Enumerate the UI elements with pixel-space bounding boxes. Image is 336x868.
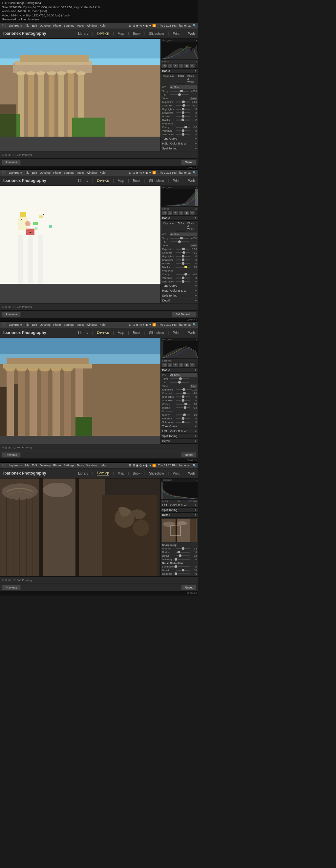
hsl-section-3[interactable]: HSL / Color B & W ▶ [161, 429, 198, 434]
highlights-slider-1[interactable] [176, 109, 190, 110]
clarity-slider-2[interactable] [176, 274, 190, 275]
detail-section-3[interactable]: Detail ▶ [161, 439, 198, 444]
radius-slider-4[interactable] [176, 552, 190, 553]
whites-slider-2[interactable] [176, 263, 190, 264]
luminance-slider-4[interactable] [176, 566, 190, 567]
temp-slider-3[interactable] [170, 378, 189, 379]
tab-book-1[interactable]: Book [133, 31, 140, 36]
whites-slider-1[interactable] [176, 116, 190, 117]
tab-develop-3[interactable]: Develop [97, 330, 109, 335]
vibrance-slider-3[interactable] [176, 418, 190, 419]
tone-curve-section-3[interactable]: Tone Curve ▶ [161, 424, 198, 429]
treatment-color-1[interactable]: Color [176, 74, 186, 84]
shadows-slider-3[interactable] [176, 400, 190, 401]
tab-web-2[interactable]: Web [188, 178, 195, 183]
menu-lightroom[interactable]: Lightroom [9, 24, 22, 27]
menu-edit-2[interactable]: Edit [32, 171, 37, 175]
hsl-section-4[interactable]: HSL / Color B & W ▶ [161, 503, 198, 508]
highlights-slider-3[interactable] [176, 396, 190, 397]
treatment-exposure-1[interactable]: Exposure [162, 74, 176, 84]
tab-slideshow-3[interactable]: Slideshow [149, 330, 164, 335]
treatment-bw-2[interactable]: Black & White [186, 221, 197, 231]
reset-btn-4[interactable]: Reset [181, 585, 196, 590]
previous-btn-4[interactable]: Previous [2, 585, 21, 590]
menu-edit[interactable]: Edit [32, 24, 37, 27]
highlights-slider-2[interactable] [176, 256, 190, 257]
detail-header-4[interactable]: Detail ▼ [161, 513, 198, 518]
prev-icon-3[interactable]: ◀ [162, 363, 167, 367]
search-icon-2[interactable]: 🔍 [193, 171, 196, 175]
heal-icon-1[interactable]: ✦ [173, 64, 178, 68]
redeye-icon-1[interactable]: ⊙ [179, 64, 183, 68]
saturation-slider-1[interactable] [176, 134, 190, 135]
menu-file-2[interactable]: File [25, 171, 30, 175]
tint-slider-3[interactable] [170, 382, 189, 383]
tab-print-4[interactable]: Print [173, 471, 179, 476]
menu-help-4[interactable]: Help [99, 464, 106, 467]
split-toning-section-4[interactable]: Split Toning ▶ [161, 508, 198, 513]
tab-library-4[interactable]: Library [78, 471, 88, 476]
menu-lightroom-2[interactable]: Lightroom [9, 171, 22, 175]
contrast-slider-1[interactable] [176, 105, 190, 106]
tone-curve-section-1[interactable]: Tone Curve ▶ [161, 136, 198, 141]
vibrance-slider-1[interactable] [176, 130, 190, 131]
heal-icon-3[interactable]: ✦ [173, 363, 178, 367]
tab-map-3[interactable]: Map [118, 330, 124, 335]
tab-map-2[interactable]: Map [118, 178, 124, 183]
shadows-slider-2[interactable] [176, 259, 190, 260]
menu-develop-3[interactable]: Develop [40, 323, 51, 327]
previous-btn-2[interactable]: Previous [2, 312, 21, 317]
brush-icon-3[interactable]: ✏ [190, 363, 195, 367]
previous-btn-1[interactable]: Previous [2, 160, 21, 165]
tint-slider-1[interactable] [170, 94, 189, 95]
tab-web-1[interactable]: Web [188, 31, 195, 36]
redeye-icon-2[interactable]: ⊙ [179, 211, 183, 215]
exposure-slider-2[interactable] [176, 249, 190, 250]
menu-window[interactable]: Window [86, 24, 97, 27]
tab-develop-1[interactable]: Develop [97, 31, 109, 36]
blacks-slider-2[interactable] [176, 267, 190, 268]
prev-icon-1[interactable]: ◀ [162, 64, 167, 68]
menu-photo-4[interactable]: Photo [53, 464, 61, 467]
grad-icon-2[interactable]: ◧ [184, 211, 189, 215]
auto-btn-2[interactable]: Auto [190, 244, 197, 247]
blacks-slider-1[interactable] [176, 120, 190, 121]
treatment-exposure-2[interactable]: Exposure [162, 221, 176, 231]
vibrance-slider-2[interactable] [176, 278, 190, 279]
tab-print-2[interactable]: Print [173, 178, 179, 183]
tab-map-4[interactable]: Map [118, 471, 124, 476]
menu-tools-2[interactable]: Tools [77, 171, 84, 175]
tone-curve-section-2[interactable]: Tone Curve ▶ [161, 283, 198, 288]
crop-icon-1[interactable]: ⊡ [168, 64, 172, 68]
clarity-slider-3[interactable] [176, 414, 190, 415]
tab-web-3[interactable]: Web [188, 330, 195, 335]
split-toning-section-3[interactable]: Split Toning ▶ [161, 434, 198, 439]
search-icon-3[interactable]: 🔍 [193, 323, 196, 327]
menu-develop-2[interactable]: Develop [40, 171, 51, 175]
tab-book-2[interactable]: Book [133, 178, 140, 183]
wb-select-3[interactable]: As Shot [170, 373, 197, 377]
search-icon-4[interactable]: 🔍 [193, 464, 196, 467]
menu-help-2[interactable]: Help [99, 171, 106, 175]
prev-icon-2[interactable]: ◀ [162, 211, 167, 215]
contrast-slider-2[interactable] [176, 252, 190, 253]
tab-web-4[interactable]: Web [188, 471, 195, 476]
tab-library-3[interactable]: Library [78, 330, 88, 335]
reset-btn-1[interactable]: Reset [181, 160, 196, 165]
auto-btn-1[interactable]: Auto [190, 97, 197, 100]
grad-icon-3[interactable]: ◧ [184, 363, 189, 367]
crop-icon-3[interactable]: ⊡ [168, 363, 172, 367]
detail-section-2[interactable]: Detail ▶ [161, 298, 198, 303]
amount-slider-4[interactable] [176, 548, 190, 549]
menu-tools-4[interactable]: Tools [77, 464, 84, 467]
wb-select-2[interactable]: As Shot [170, 232, 197, 236]
wb-select-1[interactable]: As Shot [170, 85, 197, 89]
tab-develop-2[interactable]: Develop [97, 178, 109, 183]
search-icon-1[interactable]: 🔍 [193, 24, 196, 27]
tab-develop-4[interactable]: Develop [97, 471, 109, 476]
shadows-slider-1[interactable] [176, 112, 190, 113]
split-toning-section-1[interactable]: Split Toning ▶ [161, 146, 198, 151]
detail-slider-4[interactable] [176, 555, 190, 556]
menu-develop[interactable]: Develop [40, 24, 51, 27]
brush-icon-2[interactable]: ✏ [190, 211, 195, 215]
